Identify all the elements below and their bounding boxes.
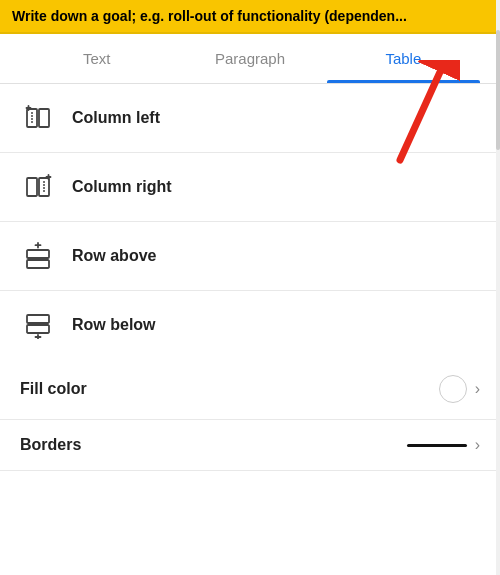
menu-item-row-below[interactable]: Row below <box>0 291 500 359</box>
fill-color-label: Fill color <box>20 380 87 398</box>
column-left-icon <box>20 100 56 136</box>
fill-color-circle <box>439 375 467 403</box>
notification-text: Write down a goal; e.g. roll-out of func… <box>12 8 407 24</box>
menu-item-borders[interactable]: Borders › <box>0 420 500 471</box>
row-below-label: Row below <box>72 316 156 334</box>
row-below-icon <box>20 307 56 343</box>
svg-rect-2 <box>27 109 37 127</box>
tab-paragraph[interactable]: Paragraph <box>173 34 326 83</box>
menu-item-column-left[interactable]: Column left <box>0 84 500 153</box>
menu-item-fill-color[interactable]: Fill color › <box>0 359 500 420</box>
border-preview <box>407 444 467 447</box>
menu-item-column-right[interactable]: Column right <box>0 153 500 222</box>
svg-rect-3 <box>39 109 49 127</box>
tabs-bar: Text Paragraph Table <box>0 34 500 84</box>
fill-color-chevron: › <box>475 380 480 398</box>
column-right-label: Column right <box>72 178 172 196</box>
row-above-icon <box>20 238 56 274</box>
column-left-label: Column left <box>72 109 160 127</box>
scrollbar[interactable] <box>496 0 500 575</box>
fill-color-right: › <box>439 375 480 403</box>
svg-rect-22 <box>27 315 49 323</box>
svg-rect-18 <box>27 250 49 258</box>
svg-rect-10 <box>27 178 37 196</box>
svg-rect-19 <box>27 260 49 268</box>
borders-right: › <box>407 436 480 454</box>
borders-chevron: › <box>475 436 480 454</box>
notification-bar: Write down a goal; e.g. roll-out of func… <box>0 0 500 34</box>
tab-table[interactable]: Table <box>327 34 480 83</box>
scrollbar-thumb[interactable] <box>496 30 500 150</box>
menu-item-row-above[interactable]: Row above <box>0 222 500 291</box>
svg-rect-23 <box>27 325 49 333</box>
svg-rect-11 <box>39 178 49 196</box>
row-above-label: Row above <box>72 247 156 265</box>
column-right-icon <box>20 169 56 205</box>
tab-text[interactable]: Text <box>20 34 173 83</box>
borders-label: Borders <box>20 436 81 454</box>
menu-list: Column left Column right <box>0 84 500 359</box>
